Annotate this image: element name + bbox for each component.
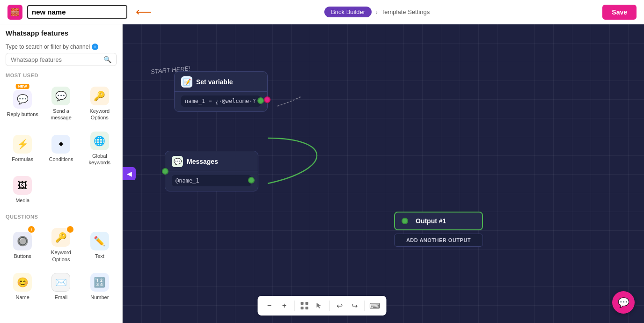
zoom-in-button[interactable]: + [278, 299, 292, 313]
zoom-out-button[interactable]: − [263, 299, 277, 313]
logo-icon: 🧱 [7, 5, 22, 20]
sidebar-item-keyword-options-2[interactable]: ! 🔑 Keyword Options [42, 223, 80, 267]
buttons-label: Buttons [14, 253, 31, 259]
node-messages-header: 💬 Messages [165, 151, 258, 171]
svg-marker-5 [317, 303, 321, 308]
global-keywords-icon: 🌐 [90, 132, 109, 150]
connector-left-green[interactable] [162, 168, 168, 175]
number-label: Number [90, 294, 109, 301]
sidebar-item-global-keywords[interactable]: 🌐 Global keywords [81, 127, 118, 171]
formulas-icon: ⚡ [13, 135, 32, 154]
text-icon: ✏️ [90, 232, 109, 250]
search-area: Type to search or filter by channel i 🔍 [0, 39, 122, 69]
section-questions: QUESTIONS [0, 210, 122, 221]
send-message-label: Send a message [44, 108, 78, 121]
title-input[interactable] [27, 5, 127, 19]
grid-icon [300, 301, 309, 310]
redo-button[interactable]: ↪ [348, 299, 362, 313]
chat-icon: 💬 [618, 297, 629, 308]
sidebar-item-reply-buttons[interactable]: NEW 💬 Reply buttons [4, 82, 41, 126]
sidebar-item-keyword-options-1[interactable]: 🔑 Keyword Options [81, 82, 118, 126]
toolbar-divider-1 [294, 301, 295, 311]
toolbar-divider-2 [329, 301, 330, 311]
node-set-variable-body: name_1 = ¿·@welcome·? [175, 92, 267, 111]
output-label: Output #1 [416, 217, 446, 225]
connector-green-message[interactable] [248, 177, 255, 184]
sidebar-item-name[interactable]: 😊 Name [4, 268, 41, 305]
conditions-icon: ✦ [51, 135, 70, 154]
connector-green-top[interactable] [257, 97, 264, 104]
sidebar-item-email[interactable]: ✉️ Email [42, 268, 80, 305]
sidebar-item-buttons[interactable]: ! 🔘 Buttons [4, 223, 41, 267]
send-message-icon: 💬 [51, 87, 70, 105]
save-button[interactable]: Save [602, 5, 637, 20]
var-row: name_1 = ¿·@welcome·? [181, 95, 261, 107]
name-label: Name [15, 294, 29, 301]
questions-grid: ! 🔘 Buttons ! 🔑 Keyword Options ✏️ Text … [0, 221, 122, 307]
text-label: Text [95, 253, 104, 259]
media-label: Media [15, 197, 29, 204]
global-keywords-label: Global keywords [83, 153, 117, 166]
number-icon: 🔢 [90, 273, 109, 292]
node-set-variable-header: 📝 Set variable [175, 72, 267, 92]
svg-rect-3 [301, 307, 304, 309]
bottom-toolbar: − + ↩ ↪ ⌨ [258, 296, 387, 316]
sidebar-item-formulas[interactable]: ⚡ Formulas [4, 127, 41, 171]
chat-button[interactable]: 💬 [612, 291, 635, 314]
most-used-grid: NEW 💬 Reply buttons 💬 Send a message 🔑 K… [0, 80, 122, 210]
warning-badge-keyword: ! [67, 226, 73, 233]
email-icon: ✉️ [51, 273, 70, 292]
breadcrumb-brick-builder[interactable]: Brick Builder [324, 7, 372, 17]
connector-pink[interactable] [264, 96, 271, 103]
warning-badge-buttons: ! [28, 226, 35, 233]
formulas-label: Formulas [12, 156, 33, 162]
cursor-icon [316, 302, 323, 309]
keyboard-button[interactable]: ⌨ [368, 299, 382, 313]
breadcrumb-template-settings[interactable]: Template Settings [381, 8, 430, 15]
set-variable-title: Set variable [196, 78, 233, 86]
media-icon: 🖼 [13, 176, 32, 195]
keyword-options-1-label: Keyword Options [83, 108, 117, 121]
add-another-output-button[interactable]: ADD ANOTHER OUTPUT [394, 234, 483, 247]
conditions-label: Conditions [49, 156, 73, 162]
node-set-variable[interactable]: 📝 Set variable name_1 = ¿·@welcome·? [174, 71, 268, 112]
canvas[interactable]: ◀ START HERE! 📝 Set variable [123, 24, 644, 323]
message-row: @name_1 [172, 175, 251, 186]
search-box[interactable]: 🔍 [6, 53, 117, 66]
undo-button[interactable]: ↩ [333, 299, 347, 313]
sidebar: Whatsapp features Type to search or filt… [0, 24, 123, 323]
sidebar-item-text[interactable]: ✏️ Text [81, 223, 118, 267]
arrow-indicator: ⟵ [136, 6, 152, 19]
sidebar-item-number[interactable]: 🔢 Number [81, 268, 118, 305]
name-icon: 😊 [13, 273, 32, 292]
set-variable-icon: 📝 [181, 76, 192, 88]
reply-buttons-icon: 💬 [13, 90, 32, 109]
svg-rect-2 [306, 302, 308, 305]
search-icon[interactable]: 🔍 [103, 56, 111, 63]
messages-title: Messages [187, 158, 218, 165]
node-messages[interactable]: 💬 Messages @name_1 [165, 151, 258, 191]
output-connector[interactable] [402, 218, 408, 224]
breadcrumb-separator: › [375, 8, 378, 16]
sidebar-item-send-message[interactable]: 💬 Send a message [42, 82, 80, 126]
messages-icon: 💬 [172, 156, 183, 167]
grid-button[interactable] [298, 299, 312, 313]
sidebar-item-conditions[interactable]: ✦ Conditions [42, 127, 80, 171]
sidebar-item-media[interactable]: 🖼 Media [4, 171, 41, 208]
header-left: 🧱 ⟵ [7, 5, 152, 20]
search-input[interactable] [11, 56, 103, 63]
header: 🧱 ⟵ Brick Builder › Template Settings Sa… [0, 0, 644, 24]
toolbar-divider-3 [365, 301, 365, 311]
new-badge: NEW [16, 84, 29, 89]
whatsapp-features-label: Whatsapp features [0, 24, 122, 39]
node-output[interactable]: Output #1 [394, 212, 483, 230]
breadcrumb: Brick Builder › Template Settings [324, 7, 430, 17]
keyword-options-2-label: Keyword Options [44, 249, 78, 263]
collapse-sidebar-button[interactable]: ◀ [123, 167, 136, 180]
keyword-options-1-icon: 🔑 [90, 87, 109, 105]
cursor-button[interactable] [313, 299, 327, 313]
reply-buttons-label: Reply buttons [7, 111, 38, 117]
email-label: Email [55, 294, 68, 301]
main-layout: Whatsapp features Type to search or filt… [0, 24, 644, 323]
info-icon: i [92, 44, 98, 50]
